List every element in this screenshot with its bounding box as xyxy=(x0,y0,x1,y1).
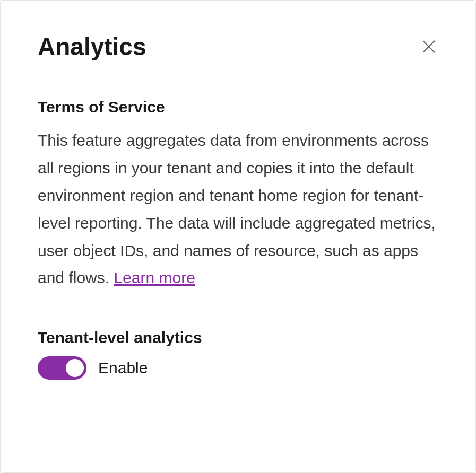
analytics-panel: Analytics Terms of Service This feature … xyxy=(0,0,476,473)
terms-body: This feature aggregates data from enviro… xyxy=(38,127,438,292)
toggle-state-label: Enable xyxy=(98,359,148,377)
panel-header: Analytics xyxy=(38,32,438,61)
close-button[interactable] xyxy=(419,37,438,56)
toggle-thumb xyxy=(66,359,84,377)
terms-heading: Terms of Service xyxy=(38,98,438,116)
close-icon xyxy=(420,38,437,55)
toggle-heading: Tenant-level analytics xyxy=(38,329,438,347)
learn-more-link[interactable]: Learn more xyxy=(114,269,195,286)
terms-body-text: This feature aggregates data from enviro… xyxy=(38,132,436,286)
toggle-row: Enable xyxy=(38,356,438,380)
tenant-analytics-toggle[interactable] xyxy=(38,356,86,380)
panel-title: Analytics xyxy=(38,32,146,61)
